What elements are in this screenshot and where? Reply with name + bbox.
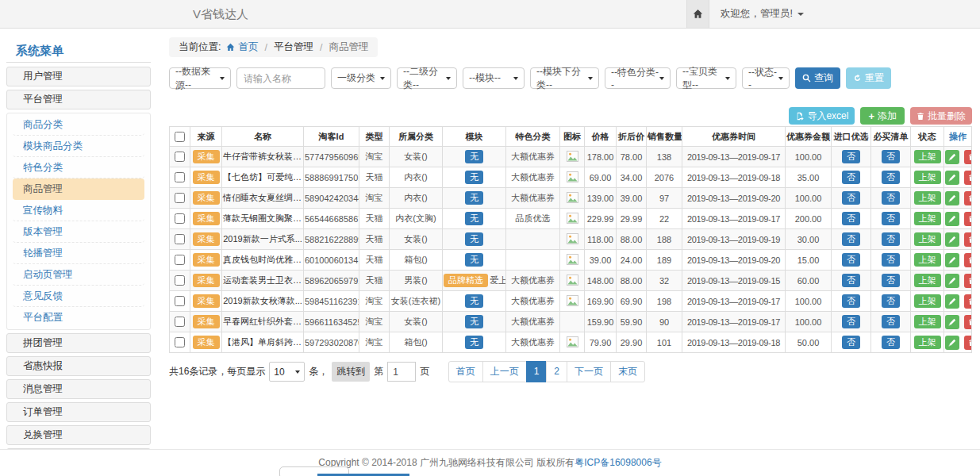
status-badge: 上架 [914, 336, 941, 349]
module-extra-text: 爱上运动 [490, 275, 506, 285]
trash-icon [917, 112, 924, 121]
page-2-button[interactable]: 2 [546, 361, 567, 382]
sidebar-item-feature-categories[interactable]: 特色分类 [13, 157, 144, 178]
delete-button[interactable] [964, 232, 971, 247]
must-buy-cell: 否 [871, 291, 911, 312]
sidebar-item-product-categories[interactable]: 商品分类 [13, 114, 144, 136]
prev-page-button[interactable]: 上一页 [482, 361, 527, 382]
breadcrumb-home-link[interactable]: 首页 [238, 40, 258, 54]
name-search-input[interactable] [236, 67, 325, 89]
product-name: 【七色纺】可爱纯棉家... [222, 167, 304, 188]
delete-button[interactable] [964, 294, 971, 309]
delete-button[interactable] [964, 212, 971, 226]
products-table: 来源 名称 淘客Id 类型 所属分类 模块 特色分类 图标 价格 折后价 销售数… [169, 126, 972, 353]
sidebar-group-user-management[interactable]: 用户管理 [6, 67, 151, 86]
sidebar-item-feedback[interactable]: 意见反馈 [13, 286, 144, 307]
sidebar-item-promo-materials[interactable]: 宣传物料 [13, 200, 144, 221]
category: 女装(连衣裙) [390, 291, 443, 312]
edit-button[interactable] [945, 253, 959, 267]
coupon-amount: 200.00 [786, 209, 832, 229]
status-filter[interactable]: --状态-- [742, 67, 790, 89]
user-menu[interactable]: 欢迎您，管理员! [709, 0, 804, 28]
first-page-button[interactable]: 首页 [448, 361, 483, 382]
delete-button[interactable] [964, 171, 971, 185]
sidebar-item-platform-config[interactable]: 平台配置 [13, 307, 144, 328]
feature-category-filter[interactable]: --特色分类-- [605, 67, 671, 89]
source-badge: 采集 [193, 253, 220, 267]
sidebar-item-version-management[interactable]: 版本管理 [13, 221, 144, 243]
select-all-checkbox[interactable] [175, 132, 185, 142]
home-button[interactable] [686, 0, 709, 28]
edit-button[interactable] [945, 232, 959, 247]
sidebar-item-module-product-categories[interactable]: 模块商品分类 [13, 136, 144, 157]
delete-button[interactable] [964, 274, 971, 288]
sidebar-group-order-management[interactable]: 订单管理 [6, 402, 151, 422]
sidebar-item-splash-management[interactable]: 启动页管理 [13, 264, 144, 286]
edit-button[interactable] [945, 274, 959, 288]
sidebar-item-product-management[interactable]: 商品管理 [13, 178, 144, 200]
actions-cell [944, 188, 972, 209]
product-name: 牛仔背带裤女秋装减龄... [222, 147, 304, 167]
page-number-input[interactable] [387, 362, 416, 382]
import-excel-button[interactable]: 导入excel [789, 107, 855, 125]
edit-button[interactable] [945, 150, 959, 164]
edit-button[interactable] [945, 315, 959, 329]
sidebar-group-platform-management[interactable]: 平台管理 [6, 90, 151, 109]
page-size-select[interactable]: 10 [269, 362, 305, 382]
delete-button[interactable] [964, 336, 971, 350]
edit-button[interactable] [945, 212, 959, 226]
row-checkbox[interactable] [175, 337, 185, 347]
edit-button[interactable] [945, 294, 959, 309]
sidebar-item-carousel-management[interactable]: 轮播管理 [13, 243, 144, 264]
edit-pencil-icon [948, 194, 956, 202]
feature-category: 大额优惠券 [506, 332, 560, 353]
row-checkbox[interactable] [175, 275, 185, 286]
add-button[interactable]: + 添加 [860, 107, 905, 125]
sidebar-group-group-buy-management[interactable]: 拼团管理 [6, 333, 151, 353]
row-checkbox[interactable] [175, 317, 185, 327]
level2-category-filter[interactable]: --二级分类-- [397, 67, 457, 89]
row-checkbox[interactable] [175, 193, 185, 203]
category: 箱包() [390, 250, 443, 271]
product-type: 天猫 [359, 209, 390, 229]
jump-button[interactable]: 跳转到 [332, 362, 370, 382]
sidebar-group-exchange-management[interactable]: 兑换管理 [6, 425, 151, 445]
reset-button[interactable]: 重置 [846, 67, 891, 89]
module-filter[interactable]: --模块-- [463, 67, 525, 89]
page-1-button[interactable]: 1 [526, 361, 548, 382]
search-button[interactable]: 查询 [795, 67, 840, 89]
row-checkbox[interactable] [175, 296, 185, 306]
batch-delete-button[interactable]: 批量删除 [910, 107, 972, 125]
delete-button[interactable] [964, 315, 971, 329]
row-checkbox[interactable] [175, 172, 185, 182]
module-cell: 无 [443, 332, 506, 353]
delete-button[interactable] [964, 191, 971, 205]
coupon-time: 2019-09-13—2019-09-20 [682, 250, 786, 271]
row-checkbox[interactable] [175, 213, 185, 224]
edit-button[interactable] [945, 171, 959, 185]
source-badge: 采集 [193, 232, 220, 246]
edit-button[interactable] [945, 191, 959, 205]
module-subcategory-filter[interactable]: --模块下分类-- [530, 67, 599, 89]
category: 内衣() [390, 167, 443, 188]
row-checkbox[interactable] [175, 234, 185, 244]
sidebar-group-province-express[interactable]: 省惠快报 [6, 356, 151, 376]
product-type: 淘宝 [359, 332, 390, 353]
level1-category-filter[interactable]: 一级分类 [331, 67, 391, 89]
icp-link[interactable]: 粤ICP备16098006号 [575, 457, 661, 468]
feature-category: 大额优惠券 [506, 147, 560, 167]
item-type-filter[interactable]: --宝贝类型-- [676, 67, 736, 89]
home-icon [693, 9, 703, 19]
module-badge: 无 [465, 171, 483, 184]
col-source: 来源 [190, 127, 222, 147]
next-page-button[interactable]: 下一页 [567, 361, 611, 382]
row-checkbox[interactable] [175, 152, 185, 162]
module-cell: 无 [443, 147, 506, 167]
edit-button[interactable] [945, 336, 959, 350]
last-page-button[interactable]: 末页 [610, 361, 645, 382]
delete-button[interactable] [964, 150, 971, 164]
data-source-filter[interactable]: --数据来源-- [169, 67, 231, 89]
row-checkbox[interactable] [175, 255, 185, 265]
sidebar-group-message-management[interactable]: 消息管理 [6, 379, 151, 399]
delete-button[interactable] [964, 253, 971, 267]
